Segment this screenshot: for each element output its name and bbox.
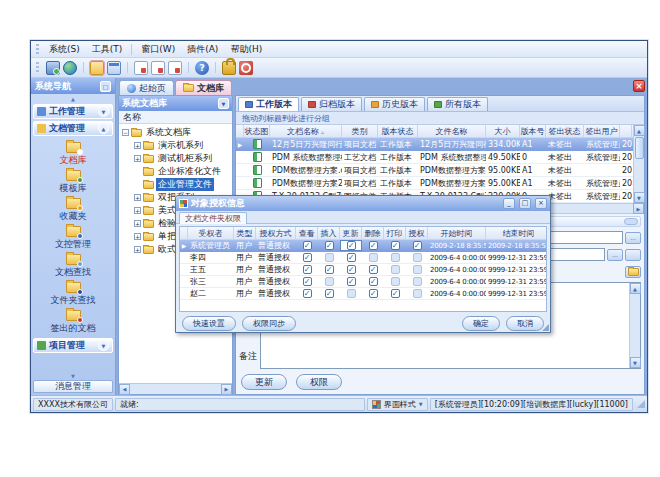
column-header[interactable]: 打印 (384, 227, 406, 239)
lock-icon[interactable] (222, 61, 236, 75)
checkbox-unchecked-icon[interactable] (347, 289, 356, 298)
column-header[interactable]: 开始时间 (428, 227, 486, 239)
column-header[interactable]: 大小 (486, 125, 520, 137)
resize-grip[interactable] (637, 400, 645, 408)
checkbox-unchecked-icon[interactable] (325, 253, 334, 262)
tab-version-0[interactable]: 工作版本 (238, 97, 299, 111)
checkbox-unchecked-icon[interactable] (413, 277, 422, 286)
vscroll-thumb[interactable] (635, 137, 644, 159)
scroll-left-icon[interactable] (119, 384, 130, 395)
table-row[interactable]: PDM数据整理方案.doc项目文档工作版本PDM数据整理方案.doc95.00K… (236, 164, 633, 177)
column-header[interactable]: 版本状态 (378, 125, 418, 137)
checkbox-checked-icon[interactable] (369, 265, 378, 274)
tree-item-3[interactable]: 企业管理文件 (119, 178, 232, 191)
tree-item-0[interactable]: 演示机系列 (119, 139, 232, 152)
extra-button[interactable] (625, 249, 641, 261)
checkbox-unchecked-icon[interactable] (391, 265, 400, 274)
permission-row[interactable]: ▶系统管理员用户普通授权2009-2-18 8:35:572009-2-18 8… (180, 240, 546, 252)
checkbox-checked-icon[interactable] (413, 241, 422, 250)
column-header[interactable] (180, 227, 188, 239)
column-header[interactable]: 删除 (362, 227, 384, 239)
scroll-down-icon[interactable] (634, 192, 645, 203)
sidebar-item-5[interactable]: 文件夹查找 (31, 279, 115, 307)
ok-button[interactable]: 确定 (462, 316, 500, 331)
sidebar-item-6[interactable]: 签出的文档 (31, 307, 115, 335)
expand-icon[interactable] (134, 207, 141, 214)
checkbox-checked-icon[interactable] (369, 289, 378, 298)
expand-icon[interactable] (134, 142, 141, 149)
menu-item-3[interactable]: 插件(A) (181, 42, 224, 57)
minimize-icon[interactable] (503, 198, 515, 209)
help-icon[interactable] (195, 61, 209, 75)
scroll-up-icon[interactable] (630, 283, 641, 294)
sidebar-collapse-down-button[interactable] (31, 371, 115, 380)
checkbox-unchecked-icon[interactable] (413, 253, 422, 262)
column-header[interactable] (236, 125, 244, 137)
checkbox-unchecked-icon[interactable] (325, 277, 334, 286)
expand-icon[interactable] (134, 194, 141, 201)
permission-row[interactable]: 赵二用户普通授权2009-6-4 0:00:009999-12-31 23:59… (180, 288, 546, 300)
column-header[interactable]: 类别 (342, 125, 378, 137)
tab-version-1[interactable]: 归档版本 (301, 97, 362, 111)
table-row[interactable]: ▶12月5日万兴隆同行...项目文档工作版本12月5日万兴隆同行...334.0… (236, 138, 633, 151)
checkbox-unchecked-icon[interactable] (413, 265, 422, 274)
resize-grip[interactable] (542, 324, 549, 331)
sidebar-group-2[interactable]: 项目管理 (33, 338, 113, 353)
sidebar-group-0[interactable]: 工作管理 (33, 104, 113, 119)
sidebar-collapse-up-button[interactable] (31, 94, 115, 103)
power-icon[interactable] (239, 61, 253, 75)
permission-row[interactable]: 王五用户普通授权2009-6-4 0:00:009999-12-31 23:59… (180, 264, 546, 276)
checkbox-checked-icon[interactable] (369, 277, 378, 286)
column-header[interactable]: 授权 (406, 227, 428, 239)
column-header[interactable]: 状态图 (244, 125, 270, 137)
table-row[interactable]: PDM数据整理方案2.doc项目文档工作版本PDM数据整理方案2.doc95.0… (236, 177, 633, 190)
checkbox-checked-icon[interactable] (347, 241, 356, 250)
checkbox-unchecked-icon[interactable] (369, 253, 378, 262)
checkbox-checked-icon[interactable] (391, 289, 400, 298)
cancel-button[interactable]: 取消 (506, 316, 544, 331)
scroll-up-icon[interactable] (634, 125, 645, 136)
checkbox-unchecked-icon[interactable] (413, 289, 422, 298)
permission-button[interactable]: 权限 (296, 374, 342, 390)
checkbox-checked-icon[interactable] (303, 289, 312, 298)
checkbox-checked-icon[interactable] (347, 277, 356, 286)
document-icon-3[interactable] (168, 61, 182, 75)
close-icon[interactable] (633, 80, 645, 92)
checkbox-unchecked-icon[interactable] (391, 277, 400, 286)
column-header[interactable]: 更新 (340, 227, 362, 239)
chevron-up-icon[interactable] (98, 123, 109, 134)
permission-row[interactable]: 李四用户普通授权2009-6-4 0:00:009999-12-31 23:59… (180, 252, 546, 264)
sidebar-item-2[interactable]: 收藏夹 (31, 195, 115, 223)
expand-icon[interactable] (134, 155, 141, 162)
expand-icon[interactable] (134, 233, 141, 240)
tree-dropdown-button[interactable] (218, 98, 229, 109)
details-collapse-button[interactable] (624, 218, 638, 225)
sidebar-item-1[interactable]: 模板库 (31, 167, 115, 195)
checkbox-checked-icon[interactable] (303, 277, 312, 286)
checkbox-checked-icon[interactable] (325, 265, 334, 274)
window-icon[interactable] (107, 61, 121, 75)
tab-folder-permissions[interactable]: 文档文件夹权限 (179, 212, 247, 224)
sidebar-pin-button[interactable] (100, 81, 111, 92)
tab-start-page[interactable]: 起始页 (119, 80, 174, 95)
tree-item-1[interactable]: 测试机柜系列 (119, 152, 232, 165)
session-icon[interactable] (46, 61, 60, 75)
document-icon-1[interactable] (134, 61, 148, 75)
checkbox-unchecked-icon[interactable] (391, 253, 400, 262)
column-header[interactable]: 文档名称 (270, 125, 342, 137)
dialog-titlebar[interactable]: 对象授权信息 (176, 196, 550, 211)
checkbox-checked-icon[interactable] (391, 241, 400, 250)
scroll-down-icon[interactable] (630, 357, 641, 368)
menu-item-1[interactable]: 工具(T) (86, 42, 129, 57)
expand-icon[interactable] (134, 220, 141, 227)
table-row[interactable]: PDM 系统数据整理检...工艺文档工作版本PDM 系统数据整理...49.50… (236, 151, 633, 164)
globe-icon[interactable] (63, 61, 77, 75)
scroll-right-icon[interactable] (633, 203, 644, 214)
open-folder-icon[interactable] (90, 61, 104, 75)
checkbox-checked-icon[interactable] (369, 241, 378, 250)
column-header[interactable]: 授权方式 (256, 227, 296, 239)
tab-document-library[interactable]: 文档库 (175, 80, 232, 95)
update-button[interactable]: 更新 (241, 374, 287, 390)
checkbox-checked-icon[interactable] (347, 265, 356, 274)
column-header[interactable]: 受权者 (188, 227, 234, 239)
